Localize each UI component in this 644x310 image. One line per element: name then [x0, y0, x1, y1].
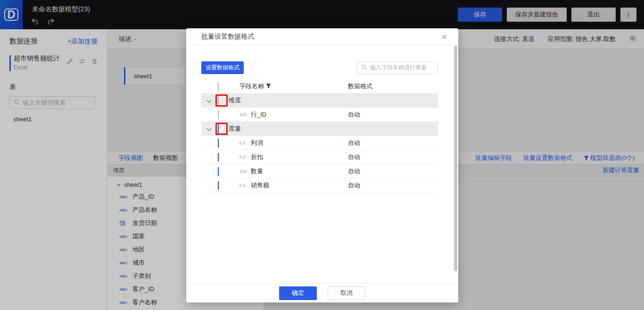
- row-checkbox[interactable]: [218, 139, 219, 148]
- field-format-row[interactable]: 123 数量 自动: [201, 164, 438, 178]
- chevron-down-icon[interactable]: [207, 126, 212, 131]
- field-name: 折扣: [251, 153, 263, 161]
- field-search-placeholder: 输入字段名称进行搜索: [370, 64, 427, 72]
- chevron-down-icon[interactable]: [207, 98, 212, 103]
- field-format-row[interactable]: 0.2 折扣 自动: [201, 150, 438, 164]
- field-name: 行_ID: [251, 110, 266, 119]
- modal-scrollbar-thumb[interactable]: [454, 46, 457, 271]
- dimension-group-checkbox[interactable]: [218, 96, 219, 105]
- decimal-02-icon: 0.2: [239, 155, 249, 159]
- field-name: 销售额: [251, 181, 269, 190]
- row-checkbox[interactable]: [218, 153, 219, 162]
- row-checkbox[interactable]: [218, 110, 219, 119]
- field-name-column-header: 字段名称: [239, 82, 271, 91]
- number-123-icon: 123: [239, 169, 249, 174]
- red-annotation-box: [215, 94, 228, 107]
- table-header-row: 字段名称 数据格式: [201, 79, 438, 93]
- measure-group-checkbox[interactable]: [218, 125, 219, 134]
- confirm-button[interactable]: 确定: [279, 286, 317, 300]
- row-checkbox[interactable]: [218, 181, 219, 190]
- field-format-row[interactable]: 0.2 销售额 自动: [201, 178, 438, 193]
- number-123-icon: 123: [239, 112, 249, 117]
- field-format-value: 自动: [348, 167, 360, 176]
- field-format-value: 自动: [348, 181, 360, 190]
- field-name: 数量: [251, 167, 263, 176]
- field-search-input[interactable]: 输入字段名称进行搜索: [357, 62, 438, 74]
- format-table: 字段名称 数据格式 维度 123 行_ID 自动: [201, 79, 438, 193]
- search-icon: [361, 64, 367, 72]
- row-checkbox[interactable]: [218, 167, 219, 176]
- decimal-02-icon: 0.2: [239, 141, 249, 145]
- field-format-value: 自动: [348, 139, 360, 147]
- column-filter-funnel-icon[interactable]: [266, 84, 271, 89]
- batch-format-dialog: 批量设置数据格式 × 设置数据格式 输入字段名称进行搜索 字段名称 数据格式: [186, 28, 458, 302]
- field-format-value: 自动: [348, 110, 360, 119]
- field-name: 利润: [251, 139, 263, 147]
- app-root: D 未命名数据模型(23) 保存 保存并新建报告 退出 ⋮ 数据连接 +添加连接…: [0, 0, 644, 310]
- field-format-row[interactable]: 123 行_ID 自动: [201, 108, 438, 122]
- select-all-checkbox[interactable]: [218, 82, 219, 91]
- field-format-row[interactable]: 0.2 利润 自动: [201, 136, 438, 150]
- group-label: 度量: [229, 125, 241, 133]
- dialog-title: 批量设置数据格式: [201, 33, 254, 41]
- set-data-format-button[interactable]: 设置数据格式: [201, 61, 244, 74]
- data-format-column-header: 数据格式: [348, 82, 372, 91]
- field-format-value: 自动: [348, 153, 360, 161]
- cancel-button[interactable]: 取消: [328, 286, 365, 300]
- decimal-02-icon: 0.2: [239, 183, 249, 188]
- group-row-dimension[interactable]: 维度: [201, 93, 438, 108]
- close-icon[interactable]: ×: [441, 32, 447, 42]
- group-row-measure[interactable]: 度量: [201, 122, 438, 136]
- group-label: 维度: [229, 96, 241, 105]
